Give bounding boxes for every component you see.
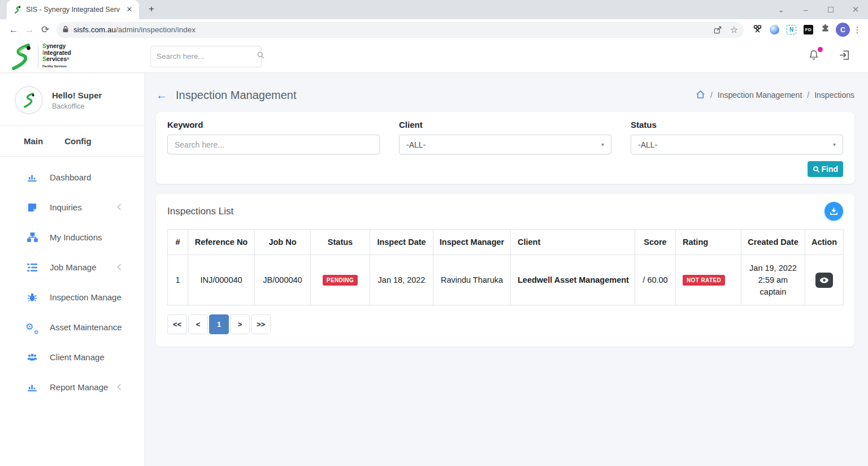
tab-search-chevron-icon[interactable]: ⌄ <box>769 1 793 18</box>
keyword-label: Keyword <box>167 120 380 130</box>
logo-tagline: Facility Services <box>42 63 71 70</box>
forward-icon[interactable]: → <box>21 24 37 36</box>
header-search-input[interactable] <box>157 52 257 61</box>
cell-score: / 60.00 <box>635 255 676 305</box>
back-icon[interactable]: ← <box>6 24 21 36</box>
reload-icon[interactable]: ⟳ <box>37 24 53 36</box>
page-title: Inspection Management <box>176 89 296 102</box>
breadcrumb-inspections: Inspections <box>814 90 854 100</box>
keyword-input[interactable] <box>167 135 380 154</box>
cogs-icon: ⚙⚙ <box>26 322 38 333</box>
extensions-puzzle-icon[interactable] <box>821 24 830 36</box>
sitemap-icon <box>26 232 38 242</box>
extension-pretzel-icon[interactable] <box>753 24 762 36</box>
app-logo[interactable]: Synergy Integrated Services® Facility Se… <box>0 43 145 70</box>
sidebar-item-label: Job Manage <box>50 262 97 272</box>
new-tab-button[interactable]: + <box>144 2 159 18</box>
export-download-button[interactable] <box>824 202 843 221</box>
bookmark-star-icon[interactable]: ☆ <box>730 24 738 35</box>
chevron-left-icon <box>117 202 121 213</box>
caret-down-icon: ▾ <box>601 141 604 148</box>
inspections-list-panel: Inspections List # Reference No Job No <box>156 194 854 347</box>
sidebar-item-my-inductions[interactable]: My Inductions <box>0 222 144 252</box>
cell-created-date: Jan 19, 2022 2:59 am captain <box>741 255 805 305</box>
sidebar-item-dashboard[interactable]: Dashboard <box>0 162 144 192</box>
page-header: ← Inspection Management / Inspection Man… <box>156 85 854 105</box>
sidebar-item-label: My Inductions <box>50 232 102 242</box>
tab-close-icon[interactable]: ✕ <box>124 5 134 15</box>
col-action: Action <box>805 230 844 255</box>
sidebar-user-card: Hello! Super Backoffice <box>0 74 144 126</box>
breadcrumb-separator: / <box>807 90 809 100</box>
tab-main[interactable]: Main <box>24 136 43 146</box>
notifications-bell-icon[interactable] <box>808 49 820 64</box>
sidebar-item-label: Asset Maintenance <box>50 322 122 332</box>
sidebar-item-label: Dashboard <box>50 172 91 182</box>
window-maximize-button[interactable] <box>818 1 843 18</box>
share-icon[interactable] <box>713 25 722 34</box>
cell-status: PENDING <box>311 255 370 305</box>
col-status: Status <box>311 230 370 255</box>
url-domain: sisfs.com.au <box>73 25 116 34</box>
sidebar-item-inspection-manage[interactable]: Inspection Manage <box>0 282 144 312</box>
client-select[interactable]: -ALL- ▾ <box>399 135 611 154</box>
breadcrumb-inspection-management[interactable]: Inspection Management <box>718 90 802 100</box>
sidebar-item-asset-maintenance[interactable]: ⚙⚙ Asset Maintenance <box>0 312 144 342</box>
pagination-first-button[interactable]: << <box>167 314 187 334</box>
col-number: # <box>168 230 188 255</box>
address-bar[interactable]: sisfs.com.au/admin/inspection/index ☆ <box>57 22 744 38</box>
pagination-next-button[interactable]: > <box>230 314 250 334</box>
list-title: Inspections List <box>167 206 233 217</box>
window-minimize-button[interactable]: – <box>793 1 818 18</box>
user-greeting: Hello! Super <box>52 90 102 100</box>
lock-icon <box>62 25 69 35</box>
col-reference-no: Reference No <box>188 230 255 255</box>
find-button[interactable]: Find <box>808 161 843 177</box>
sidebar-tabs: Main Config <box>0 126 144 156</box>
inspections-table: # Reference No Job No Status Inspect Dat… <box>167 229 844 305</box>
logout-icon[interactable] <box>838 49 851 64</box>
logo-divider <box>38 45 38 68</box>
pagination-page-1-button[interactable]: 1 <box>209 314 229 334</box>
chart-bar-icon <box>26 382 38 392</box>
extension-sphere-icon[interactable] <box>770 25 779 34</box>
logo-text: Synergy Integrated Services® Facility Se… <box>42 43 71 70</box>
status-select-value: -ALL- <box>638 140 657 149</box>
sidebar-item-inquiries[interactable]: Inquiries <box>0 192 144 222</box>
header-search-box[interactable] <box>150 46 262 67</box>
sidebar-item-job-manage[interactable]: Job Manage <box>0 252 144 282</box>
breadcrumb: / Inspection Management / Inspections <box>696 90 854 101</box>
pagination-last-button[interactable]: >> <box>251 314 271 334</box>
cell-inspect-date: Jan 18, 2022 <box>370 255 433 305</box>
url-text: sisfs.com.au/admin/inspection/index <box>73 25 196 34</box>
header-actions <box>808 49 851 64</box>
browser-toolbar: ← → ⟳ sisfs.com.au/admin/inspection/inde… <box>0 19 868 40</box>
table-row: 1 INJ/000040 JB/000040 PENDING Jan 18, 2… <box>168 255 844 305</box>
col-score: Score <box>635 230 676 255</box>
pagination-prev-button[interactable]: < <box>188 314 208 334</box>
view-button[interactable] <box>815 273 833 288</box>
window-close-button[interactable]: ✕ <box>843 1 868 18</box>
cell-action <box>805 255 844 305</box>
user-role: Backoffice <box>52 102 102 110</box>
sticky-note-icon <box>26 203 38 212</box>
maximize-icon <box>828 7 834 12</box>
sidebar-item-client-manage[interactable]: Client Manage <box>0 342 144 372</box>
tab-title: SIS - Synergy Integrated Service <box>26 6 120 14</box>
cell-reference-no: INJ/000040 <box>188 255 255 305</box>
col-client: Client <box>511 230 635 255</box>
page-back-icon[interactable]: ← <box>156 89 167 102</box>
sidebar-menu: Dashboard Inquiries My Inductions <box>0 157 144 402</box>
status-select[interactable]: -ALL- ▾ <box>631 135 843 154</box>
home-icon[interactable] <box>696 90 705 101</box>
extension-fd-icon[interactable]: FD <box>804 25 813 34</box>
browser-menu-kebab-icon[interactable]: ⋮ <box>852 25 862 35</box>
col-rating: Rating <box>676 230 741 255</box>
sidebar-item-report-manage[interactable]: Report Manage <box>0 372 144 402</box>
tab-config[interactable]: Config <box>64 136 91 146</box>
extension-n-icon[interactable]: N <box>787 25 796 34</box>
browser-tab[interactable]: SIS - Synergy Integrated Service ✕ <box>7 0 139 19</box>
browser-profile-avatar[interactable]: C <box>836 23 850 37</box>
cell-inspect-manager: Ravindu Tharuka <box>433 255 511 305</box>
app-header: Synergy Integrated Services® Facility Se… <box>0 40 868 73</box>
